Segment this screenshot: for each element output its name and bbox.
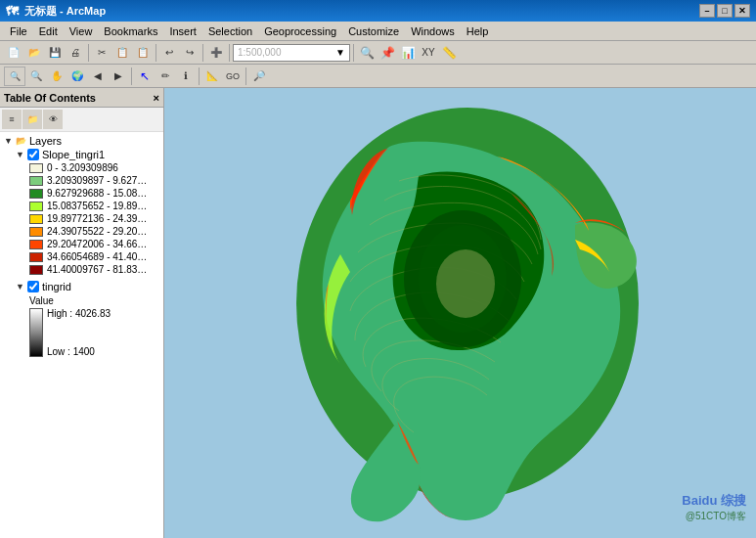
toc-layers-group[interactable]: ▼ 📂 Layers [2, 134, 161, 148]
copy-button[interactable]: 📋 [112, 43, 132, 63]
tingrid-high-label: High : 4026.83 [47, 308, 111, 319]
sep3 [202, 44, 203, 62]
legend-item-7: 34.66054689 - 41.40… [14, 250, 161, 263]
legend-color-1 [29, 176, 43, 186]
toc-list-btn[interactable]: ≡ [2, 110, 22, 129]
legend-label-7: 34.66054689 - 41.40… [47, 251, 147, 262]
menu-help[interactable]: Help [461, 23, 495, 39]
measure-button[interactable]: 📏 [439, 43, 459, 63]
undo-button[interactable]: ↩ [159, 43, 179, 63]
svg-point-4 [436, 249, 495, 318]
title-text: 无标题 - ArcMap [24, 4, 106, 19]
legend-label-5: 24.39075522 - 29.20… [47, 226, 147, 237]
legend-color-5 [29, 227, 43, 237]
maximize-button[interactable]: □ [717, 4, 733, 18]
slope-expand-icon: ▼ [16, 150, 24, 159]
tingrid-expand-icon: ▼ [16, 282, 24, 291]
info-button[interactable]: ℹ [176, 67, 196, 86]
toc-content: ▼ 📂 Layers ▼ Slope_tingri1 0 - 3.209309 [0, 132, 163, 538]
map-area[interactable]: Baidu 综搜 @51CTO博客 [164, 88, 756, 538]
toolbar-tools: 🔍 🔍 ✋ 🌍 ◀ ▶ ↖ ✏ ℹ 📐 GO 🔎 [0, 65, 756, 88]
legend-label-0: 0 - 3.209309896 [47, 162, 118, 173]
map-svg [164, 88, 756, 538]
legend-color-4 [29, 214, 43, 224]
toc-header: Table Of Contents × [0, 88, 163, 108]
tingrid-gradient-container: High : 4026.83 Low : 1400 [29, 308, 161, 357]
toc-slope-group[interactable]: ▼ Slope_tingri1 [14, 148, 161, 161]
legend-label-8: 41.40009767 - 81.83… [47, 264, 147, 275]
toc-source-btn[interactable]: 📁 [22, 110, 42, 129]
menu-windows[interactable]: Windows [405, 23, 461, 39]
close-button[interactable]: ✕ [734, 4, 750, 18]
toc-slope-layer: ▼ Slope_tingri1 0 - 3.209309896 3.209309… [2, 148, 161, 276]
sep6 [131, 67, 132, 85]
tingrid-gradient [29, 308, 43, 357]
menu-bar: File Edit View Bookmarks Insert Selectio… [0, 22, 756, 41]
tingrid-layer-checkbox[interactable] [27, 281, 39, 292]
legend-label-3: 15.08375652 - 19.89… [47, 201, 147, 211]
fwd-extent-button[interactable]: ▶ [109, 67, 128, 86]
layers-folder-icon: 📂 [16, 136, 26, 146]
sep1 [88, 44, 89, 62]
menu-view[interactable]: View [64, 23, 99, 39]
tingrid-layer-name: tingrid [42, 281, 71, 292]
new-button[interactable]: 📄 [4, 43, 23, 63]
print-button[interactable]: 🖨 [66, 43, 85, 63]
edit-button[interactable]: ✏ [156, 67, 175, 86]
goto-xy-button[interactable]: GO [223, 67, 243, 86]
mag-button[interactable]: 🔎 [249, 67, 269, 86]
slope-legend: 0 - 3.209309896 3.209309897 - 9.627… 9.6… [14, 161, 161, 276]
legend-color-6 [29, 240, 43, 249]
save-button[interactable]: 💾 [45, 43, 65, 63]
pan-button[interactable]: ✋ [47, 67, 67, 86]
zoom-fixed-button[interactable]: 🔍 [4, 67, 25, 86]
toc-close-button[interactable]: × [154, 92, 159, 104]
slope-layer-checkbox[interactable] [27, 149, 39, 160]
legend-label-2: 9.627929688 - 15.08… [47, 188, 147, 199]
sep7 [199, 67, 200, 85]
legend-item-3: 15.08375652 - 19.89… [14, 200, 161, 212]
scale-dropdown[interactable]: 1:500,000▼ [233, 44, 350, 62]
menu-edit[interactable]: Edit [33, 23, 64, 39]
zoom-in-button[interactable]: 🔍 [357, 43, 377, 63]
toc-toolbar: ≡ 📁 👁 [0, 108, 163, 132]
legend-color-8 [29, 265, 43, 275]
tingrid-legend-labels: High : 4026.83 Low : 1400 [47, 308, 111, 357]
toc-layers-label: Layers [29, 135, 62, 147]
menu-file[interactable]: File [4, 23, 33, 39]
legend-color-7 [29, 252, 43, 262]
xyz-button[interactable]: XY [419, 43, 438, 63]
toc-panel: Table Of Contents × ≡ 📁 👁 ▼ 📂 Layers ▼ [0, 88, 164, 538]
menu-selection[interactable]: Selection [202, 23, 258, 39]
menu-insert[interactable]: Insert [163, 23, 202, 39]
tingrid-legend: Value High : 4026.83 Low : 1400 [14, 295, 161, 357]
cut-button[interactable]: ✂ [92, 43, 111, 63]
zoom-out-button[interactable]: 🔍 [26, 67, 46, 86]
redo-button[interactable]: ↪ [180, 43, 200, 63]
menu-customize[interactable]: Customize [342, 23, 405, 39]
watermark-51cto: @51CTO博客 [682, 510, 746, 523]
full-extent-button[interactable]: 🌍 [67, 67, 87, 86]
tingrid-low-label: Low : 1400 [47, 346, 111, 357]
legend-color-0 [29, 163, 43, 173]
select-button[interactable]: ↖ [135, 67, 155, 86]
paste-button[interactable]: 📋 [133, 43, 153, 63]
table-button[interactable]: 📊 [398, 43, 418, 63]
back-extent-button[interactable]: ◀ [88, 67, 108, 86]
toc-visible-btn[interactable]: 👁 [43, 110, 63, 129]
measure-tool[interactable]: 📐 [202, 67, 222, 86]
menu-bookmarks[interactable]: Bookmarks [98, 23, 163, 39]
add-data-button[interactable]: ➕ [206, 43, 226, 63]
legend-label-6: 29.20472006 - 34.66… [47, 239, 147, 249]
legend-item-5: 24.39075522 - 29.20… [14, 225, 161, 238]
title-bar: 🗺 无标题 - ArcMap – □ ✕ [0, 0, 756, 22]
identify-button[interactable]: 📌 [378, 43, 397, 63]
legend-item-2: 9.627929688 - 15.08… [14, 187, 161, 200]
toc-tingrid-group[interactable]: ▼ tingrid [14, 280, 161, 293]
window-controls[interactable]: – □ ✕ [699, 4, 750, 18]
open-button[interactable]: 📂 [24, 43, 44, 63]
legend-color-2 [29, 189, 43, 199]
layers-expand-icon: ▼ [4, 136, 13, 146]
menu-geoprocessing[interactable]: Geoprocessing [258, 23, 342, 39]
minimize-button[interactable]: – [699, 4, 715, 18]
